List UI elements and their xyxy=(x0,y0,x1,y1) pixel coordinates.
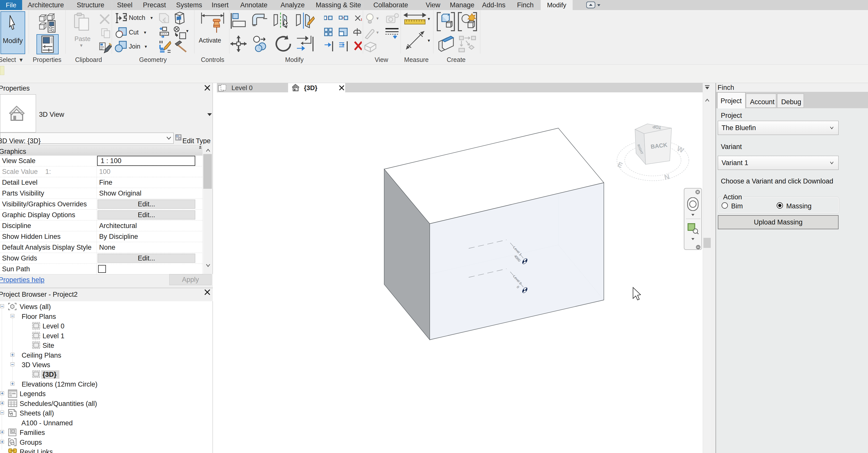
svg-text:W: W xyxy=(676,145,685,154)
svg-text:TOP: TOP xyxy=(652,124,661,130)
svg-text:E: E xyxy=(616,160,624,170)
svg-text:N: N xyxy=(663,173,670,181)
